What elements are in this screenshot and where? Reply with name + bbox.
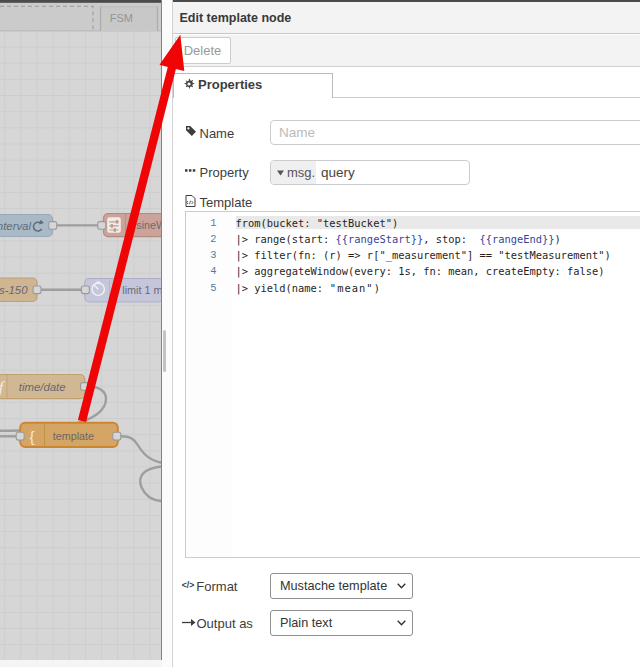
svg-text:FSM: FSM: [110, 12, 133, 24]
svg-text:time/date: time/date: [19, 381, 66, 393]
svg-text:limit 1 msg/s: limit 1 msg/s: [122, 284, 162, 296]
svg-text:interval: interval: [0, 220, 31, 232]
svg-text:s-150: s-150: [0, 284, 28, 296]
svg-text:template: template: [53, 430, 94, 442]
svg-text:sineWave: sineWave: [136, 219, 162, 231]
svg-text:{: {: [29, 428, 34, 445]
